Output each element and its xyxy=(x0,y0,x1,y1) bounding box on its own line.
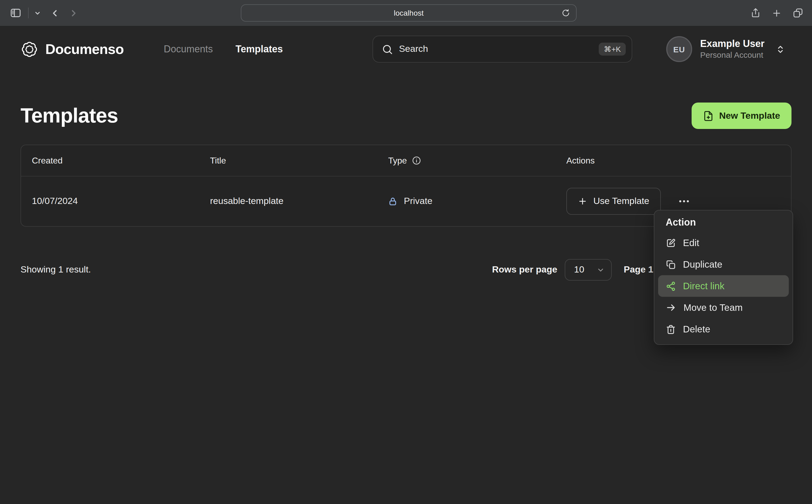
column-header-created: Created xyxy=(32,156,210,165)
rows-per-page-value: 10 xyxy=(574,264,584,275)
search-input[interactable]: Search ⌘+K xyxy=(372,36,632,63)
copy-icon xyxy=(666,259,676,270)
reload-icon[interactable] xyxy=(562,9,570,17)
new-tab-icon[interactable] xyxy=(772,8,782,18)
menu-item-move-to-team[interactable]: Move to Team xyxy=(658,297,789,318)
user-menu[interactable]: EU Example User Personal Account xyxy=(666,36,785,62)
info-icon[interactable] xyxy=(412,156,421,165)
screen: localhost xyxy=(0,0,812,504)
table-header-row: Created Title Type Actions xyxy=(21,145,791,176)
search-shortcut-badge: ⌘+K xyxy=(599,43,626,56)
avatar-initials: EU xyxy=(673,45,685,54)
app-header: Documenso Documents Templates Search ⌘+K… xyxy=(0,26,812,63)
avatar: EU xyxy=(666,36,692,62)
arrow-right-icon xyxy=(666,302,677,313)
menu-item-label: Direct link xyxy=(683,280,725,292)
brand-name: Documenso xyxy=(45,41,124,57)
chevrons-up-down-icon xyxy=(776,45,785,54)
column-header-actions: Actions xyxy=(566,156,780,165)
menu-item-label: Edit xyxy=(683,237,699,248)
rows-per-page-select[interactable]: 10 xyxy=(565,259,612,281)
rows-per-page-label: Rows per page xyxy=(492,264,558,275)
sidebar-toggle-icon[interactable] xyxy=(10,7,22,19)
column-header-type: Type xyxy=(388,156,566,165)
more-options-button[interactable] xyxy=(675,193,692,209)
page-title: Templates xyxy=(21,104,118,127)
ellipsis-icon xyxy=(677,195,690,207)
share-nodes-icon xyxy=(666,281,676,291)
file-plus-icon xyxy=(703,110,714,121)
browser-toolbar: localhost xyxy=(0,0,812,26)
user-account-type: Personal Account xyxy=(700,50,765,60)
row-title-cell[interactable]: reusable-template xyxy=(210,196,388,207)
action-menu: Action Edit Duplicate xyxy=(654,210,793,345)
address-bar[interactable]: localhost xyxy=(241,4,577,22)
forward-button-icon[interactable] xyxy=(69,8,79,18)
browser-right-controls xyxy=(750,0,803,26)
plus-icon xyxy=(578,196,587,206)
type-label: Type xyxy=(388,156,407,165)
browser-left-controls xyxy=(0,7,79,19)
action-menu-title: Action xyxy=(658,216,789,232)
use-template-button[interactable]: Use Template xyxy=(566,188,661,215)
row-type-label: Private xyxy=(404,196,433,207)
sidebar-chevron-down-icon[interactable] xyxy=(34,9,41,16)
documenso-logo-icon xyxy=(21,40,38,58)
user-meta: Example User Personal Account xyxy=(700,38,765,60)
menu-item-label: Move to Team xyxy=(684,302,743,313)
nav-templates[interactable]: Templates xyxy=(236,43,283,55)
page-header: Templates New Template xyxy=(21,103,791,129)
search-icon xyxy=(382,43,393,55)
new-template-label: New Template xyxy=(719,110,780,121)
row-created-cell: 10/07/2024 xyxy=(32,196,210,207)
share-icon[interactable] xyxy=(750,8,761,18)
chevron-down-icon xyxy=(597,266,605,274)
menu-item-label: Delete xyxy=(683,323,710,335)
square-pen-icon xyxy=(666,238,676,248)
search-placeholder: Search xyxy=(399,44,428,55)
row-type-cell: Private xyxy=(388,196,566,207)
use-template-label: Use Template xyxy=(593,196,649,207)
main-nav: Documents Templates xyxy=(164,43,283,55)
menu-item-delete[interactable]: Delete xyxy=(658,318,789,340)
column-header-title: Title xyxy=(210,156,388,165)
back-button-icon[interactable] xyxy=(50,8,60,18)
lock-icon xyxy=(388,196,397,206)
brand[interactable]: Documenso xyxy=(21,40,124,58)
menu-item-label: Duplicate xyxy=(683,259,722,270)
menu-item-direct-link[interactable]: Direct link xyxy=(658,275,789,297)
toolbar-divider xyxy=(28,8,29,18)
results-summary: Showing 1 result. xyxy=(21,264,91,275)
tab-overview-icon[interactable] xyxy=(793,8,803,18)
user-name: Example User xyxy=(700,38,765,50)
address-bar-url: localhost xyxy=(394,9,424,17)
new-template-button[interactable]: New Template xyxy=(692,103,791,129)
nav-documents[interactable]: Documents xyxy=(164,43,213,55)
menu-item-edit[interactable]: Edit xyxy=(658,232,789,254)
trash-icon xyxy=(666,324,676,334)
menu-item-duplicate[interactable]: Duplicate xyxy=(658,254,789,275)
